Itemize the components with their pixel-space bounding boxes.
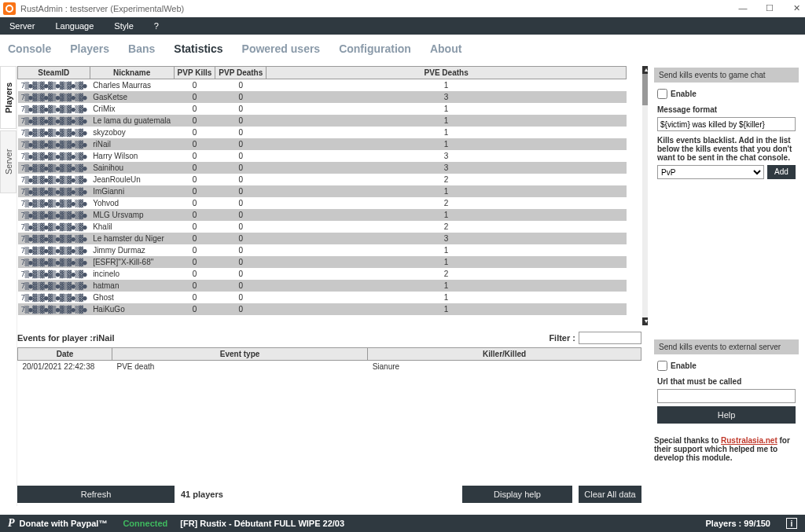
- cell-pvedeaths: 1: [266, 244, 627, 256]
- cell-pvpkills: 0: [174, 127, 215, 138]
- add-button[interactable]: Add: [767, 165, 796, 179]
- enable-chat-checkbox[interactable]: [657, 89, 667, 99]
- stats-table[interactable]: SteamID Nickname PVP Kills PVP Deaths PV…: [17, 66, 627, 315]
- table-row[interactable]: 7▒●▓▒▓●▓▒●▓▒▓●▒▓● Le lama du guatemala 0…: [18, 115, 627, 127]
- refresh-button[interactable]: Refresh: [17, 486, 175, 503]
- cell-steamid: 7▒●▓▒▓●▓▒●▓▒▓●▒▓●: [18, 268, 90, 280]
- table-row[interactable]: 7▒●▓▒▓●▓▒●▓▒▓●▒▓● Ghost 0 0 1: [18, 292, 627, 303]
- col-steamid[interactable]: SteamID: [18, 67, 90, 79]
- cell-pvpdeaths: 0: [215, 244, 266, 256]
- cell-steamid: 7▒●▓▒▓●▓▒●▓▒▓●▒▓●: [18, 197, 90, 209]
- table-row[interactable]: 7▒●▓▒▓●▓▒●▓▒▓●▒▓● Harry Wilson 0 0 3: [18, 150, 627, 162]
- table-row[interactable]: 7▒●▓▒▓●▓▒●▓▒▓●▒▓● Jimmy Durmaz 0 0 1: [18, 244, 627, 256]
- table-row[interactable]: 7▒●▓▒▓●▓▒●▓▒▓●▒▓● hatman 0 0 1: [18, 280, 627, 292]
- table-row[interactable]: 7▒●▓▒▓●▓▒●▓▒▓●▒▓● skyzoboy 0 0 1: [18, 127, 627, 138]
- col-nickname[interactable]: Nickname: [90, 67, 174, 79]
- tab-powered-users[interactable]: Powered users: [242, 42, 321, 55]
- table-row[interactable]: 7▒●▓▒▓●▓▒●▓▒▓●▒▓● GasKetse 0 0 3: [18, 91, 627, 103]
- cell-pvedeaths: 3: [266, 162, 627, 174]
- table-row[interactable]: 7▒●▓▒▓●▓▒●▓▒▓●▒▓● [ESFR]"X-Kill-68" 0 0 …: [18, 256, 627, 268]
- clear-all-button[interactable]: Clear All data: [579, 486, 641, 503]
- table-row[interactable]: 7▒●▓▒▓●▓▒●▓▒▓●▒▓● Yohvod 0 0 2: [18, 197, 627, 209]
- tab-configuration[interactable]: Configuration: [339, 42, 411, 55]
- table-row[interactable]: 7▒●▓▒▓●▓▒●▓▒▓●▒▓● HaiKuGo 0 0 1: [18, 303, 627, 315]
- enable-external-checkbox[interactable]: [657, 361, 667, 371]
- tab-about[interactable]: About: [430, 42, 461, 55]
- col-pvpkills[interactable]: PVP Kills: [174, 67, 215, 79]
- event-who: Sianure: [368, 361, 641, 373]
- cell-pvpdeaths: 0: [215, 127, 266, 138]
- info-icon[interactable]: i: [786, 518, 797, 529]
- col-date[interactable]: Date: [18, 348, 112, 361]
- cell-nickname: Jimmy Durmaz: [90, 244, 174, 256]
- table-row[interactable]: 7▒●▓▒▓●▓▒●▓▒▓●▒▓● JeanRouleUn 0 0 2: [18, 174, 627, 185]
- msg-format-input[interactable]: [657, 117, 796, 131]
- help-button[interactable]: Help: [657, 406, 796, 424]
- cell-pvedeaths: 1: [266, 127, 627, 138]
- filter-input[interactable]: [579, 332, 641, 344]
- cell-pvedeaths: 3: [266, 91, 627, 103]
- cell-pvpkills: 0: [174, 138, 215, 150]
- blacklist-note: Kills events blacklist. Add in the list …: [657, 136, 796, 162]
- blacklist-select[interactable]: PvP: [657, 165, 764, 179]
- players-online: Players : 99/150: [705, 519, 770, 528]
- col-killer-killed[interactable]: Killer/Killed: [368, 348, 641, 361]
- table-row[interactable]: 7▒●▓▒▓●▓▒●▓▒▓●▒▓● Charles Maurras 0 0 1: [18, 79, 627, 92]
- cell-pvpdeaths: 0: [215, 268, 266, 280]
- cell-nickname: Ghost: [90, 292, 174, 303]
- display-help-button[interactable]: Display help: [462, 486, 572, 503]
- cell-pvedeaths: 2: [266, 174, 627, 185]
- table-scrollbar[interactable]: ▴ ▾: [642, 66, 648, 325]
- cell-nickname: ImGianni: [90, 185, 174, 197]
- cell-pvpkills: 0: [174, 280, 215, 292]
- table-row[interactable]: 7▒●▓▒▓●▓▒●▓▒▓●▒▓● CriMix 0 0 1: [18, 103, 627, 115]
- status-bar: P Donate with Paypal™ Connected [FR] Rus…: [0, 515, 805, 532]
- table-row[interactable]: 7▒●▓▒▓●▓▒●▓▒▓●▒▓● MLG Ursvamp 0 0 1: [18, 209, 627, 221]
- cell-pvpdeaths: 0: [215, 280, 266, 292]
- cell-pvedeaths: 1: [266, 292, 627, 303]
- cell-nickname: hatman: [90, 280, 174, 292]
- scroll-up-icon[interactable]: ▴: [642, 66, 648, 74]
- table-row[interactable]: 7▒●▓▒▓●▓▒●▓▒▓●▒▓● Le hamster du Niger 0 …: [18, 233, 627, 244]
- enable-external-checkbox-label[interactable]: Enable: [657, 361, 796, 371]
- tab-statistics[interactable]: Statistics: [174, 42, 222, 55]
- maximize-icon[interactable]: ☐: [764, 3, 775, 13]
- event-row[interactable]: 20/01/2021 22:42:38 PVE death Sianure: [18, 361, 641, 373]
- menu-language[interactable]: Language: [52, 20, 97, 32]
- col-event-type[interactable]: Event type: [112, 348, 368, 361]
- thanks-link[interactable]: Rustralasia.net: [721, 436, 777, 445]
- scroll-thumb[interactable]: [642, 74, 648, 105]
- table-row[interactable]: 7▒●▓▒▓●▓▒●▓▒▓●▒▓● ImGianni 0 0 1: [18, 185, 627, 197]
- cell-steamid: 7▒●▓▒▓●▓▒●▓▒▓●▒▓●: [18, 244, 90, 256]
- menu-help[interactable]: ?: [151, 20, 162, 32]
- cell-pvpkills: 0: [174, 103, 215, 115]
- col-pvpdeaths[interactable]: PVP Deaths: [215, 67, 266, 79]
- sidetab-players[interactable]: Players: [0, 66, 17, 129]
- cell-pvedeaths: 1: [266, 115, 627, 127]
- cell-pvpkills: 0: [174, 79, 215, 92]
- table-row[interactable]: 7▒●▓▒▓●▓▒●▓▒▓●▒▓● Khalil 0 0 2: [18, 221, 627, 233]
- events-table[interactable]: Date Event type Killer/Killed 20/01/2021…: [17, 347, 641, 372]
- enable-chat-checkbox-label[interactable]: Enable: [657, 89, 796, 99]
- tab-console[interactable]: Console: [8, 42, 51, 55]
- cell-pvpkills: 0: [174, 221, 215, 233]
- url-input[interactable]: [657, 389, 796, 403]
- close-icon[interactable]: ✕: [791, 3, 802, 13]
- cell-nickname: Sainihou: [90, 162, 174, 174]
- donate-link[interactable]: Donate with Paypal™: [20, 519, 108, 528]
- tab-bans[interactable]: Bans: [128, 42, 155, 55]
- table-row[interactable]: 7▒●▓▒▓●▓▒●▓▒▓●▒▓● riNail 0 0 1: [18, 138, 627, 150]
- minimize-icon[interactable]: —: [737, 3, 748, 13]
- table-row[interactable]: 7▒●▓▒▓●▓▒●▓▒▓●▒▓● incinelo 0 0 2: [18, 268, 627, 280]
- scroll-down-icon[interactable]: ▾: [642, 317, 648, 325]
- col-pvedeaths[interactable]: PVE Deaths: [266, 67, 627, 79]
- cell-steamid: 7▒●▓▒▓●▓▒●▓▒▓●▒▓●: [18, 185, 90, 197]
- sidetab-server[interactable]: Server: [0, 130, 17, 193]
- menu-style[interactable]: Style: [111, 20, 136, 32]
- server-name: [FR] Rustix - Débutant FULL WIPE 22/03: [180, 519, 344, 528]
- blacklist-listbox[interactable]: [657, 182, 796, 316]
- cell-pvpkills: 0: [174, 162, 215, 174]
- table-row[interactable]: 7▒●▓▒▓●▓▒●▓▒▓●▒▓● Sainihou 0 0 3: [18, 162, 627, 174]
- menu-server[interactable]: Server: [6, 20, 38, 32]
- tab-players[interactable]: Players: [70, 42, 109, 55]
